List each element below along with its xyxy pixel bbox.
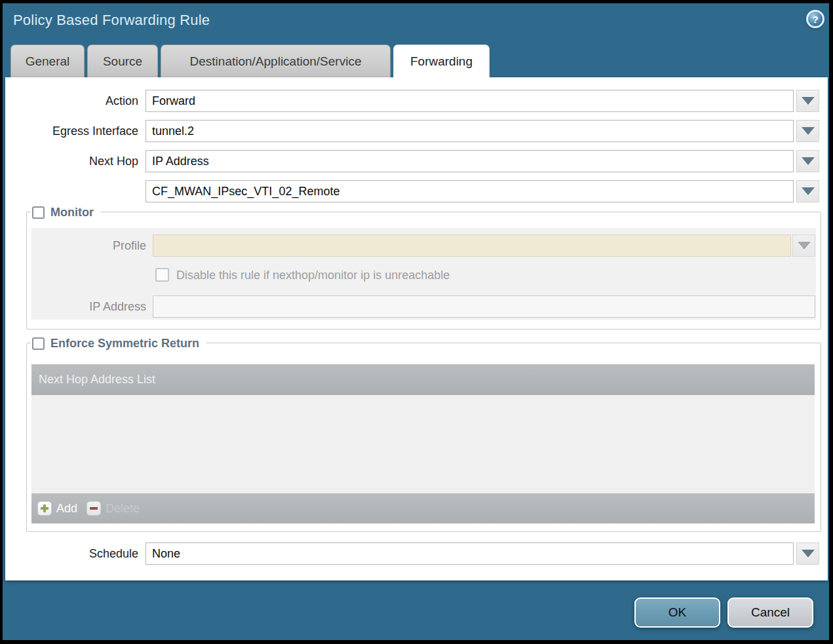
disable-rule-label: Disable this rule if nexthop/monitor ip … [176, 268, 450, 282]
action-dropdown-button[interactable] [796, 90, 819, 112]
tab-forwarding[interactable]: Forwarding [393, 45, 490, 77]
egress-interface-field[interactable]: tunnel.2 [145, 120, 794, 142]
delete-button: Delete [87, 501, 140, 516]
schedule-label: Schedule [5, 542, 138, 565]
tab-label: Destination/Application/Service [190, 54, 362, 69]
forwarding-tab-panel: Action Forward Egress Interface tunnel.2… [5, 77, 828, 580]
monitor-legend: Monitor [31, 204, 100, 221]
ok-button[interactable]: OK [634, 597, 720, 628]
next-hop-label: Next Hop [5, 150, 138, 172]
chevron-down-icon [802, 550, 815, 558]
profile-field [153, 235, 791, 257]
action-label: Action [5, 90, 138, 112]
next-hop-address-dropdown-button[interactable] [796, 180, 819, 202]
next-hop-address-list-body[interactable] [31, 395, 815, 493]
next-hop-address-field[interactable]: CF_MWAN_IPsec_VTI_02_Remote [145, 180, 794, 202]
enforce-symmetric-return-checkbox[interactable] [32, 337, 45, 350]
egress-interface-dropdown-button[interactable] [796, 120, 819, 142]
monitor-checkbox[interactable] [32, 206, 45, 219]
chevron-down-icon [802, 127, 815, 135]
tab-label: Source [103, 54, 142, 69]
tab-destination-application-service[interactable]: Destination/Application/Service [161, 45, 391, 77]
next-hop-address-table: Next Hop Address List Add Delete [31, 364, 815, 523]
disable-rule-checkbox [155, 268, 169, 282]
tab-general[interactable]: General [10, 45, 85, 77]
symmetric-return-section: Enforce Symmetric Return Next Hop Addres… [26, 343, 821, 532]
help-icon[interactable]: ? [806, 10, 824, 28]
profile-label: Profile [27, 235, 146, 257]
monitor-ip-address-label: IP Address [27, 295, 146, 318]
delete-button-label: Delete [106, 502, 140, 516]
cancel-button[interactable]: Cancel [727, 597, 813, 628]
symmetric-return-legend: Enforce Symmetric Return [31, 335, 206, 352]
monitor-section: Monitor Profile Disable this rule if nex… [26, 212, 821, 330]
chevron-down-icon [802, 157, 815, 165]
tab-label: General [26, 54, 70, 69]
tab-source[interactable]: Source [87, 45, 158, 77]
add-button[interactable]: Add [37, 501, 77, 516]
tab-label: Forwarding [410, 54, 473, 69]
minus-icon [87, 501, 101, 516]
schedule-field[interactable]: None [145, 542, 794, 565]
monitor-legend-label: Monitor [50, 206, 94, 219]
next-hop-type-field[interactable]: IP Address [145, 150, 794, 172]
egress-interface-label: Egress Interface [5, 120, 138, 142]
schedule-dropdown-button[interactable] [796, 542, 819, 565]
chevron-down-icon [802, 187, 815, 195]
dialog-title: Policy Based Forwarding Rule [13, 12, 210, 29]
tab-bar: General Source Destination/Application/S… [10, 45, 490, 77]
monitor-ip-address-field [153, 295, 815, 318]
symmetric-return-legend-label: Enforce Symmetric Return [50, 337, 199, 350]
action-field[interactable]: Forward [145, 90, 794, 112]
add-button-label: Add [56, 502, 77, 516]
next-hop-address-list-header: Next Hop Address List [31, 364, 815, 395]
plus-icon [37, 501, 52, 516]
chevron-down-icon [802, 97, 815, 105]
help-glyph: ? [812, 14, 818, 25]
next-hop-address-list-toolbar: Add Delete [31, 493, 815, 523]
chevron-down-icon [798, 242, 811, 250]
next-hop-type-dropdown-button[interactable] [796, 150, 819, 172]
profile-dropdown-button [792, 235, 815, 257]
